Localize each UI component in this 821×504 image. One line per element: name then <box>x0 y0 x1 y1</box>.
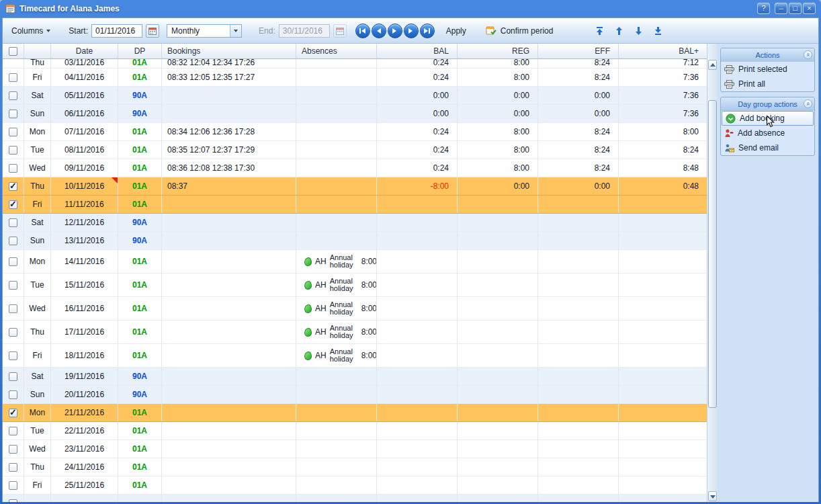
header-balplus[interactable]: BAL+ <box>619 44 707 58</box>
add-absence-button[interactable]: Add absence <box>721 126 814 140</box>
vertical-scrollbar[interactable] <box>707 44 718 502</box>
row-checkbox[interactable] <box>9 110 17 118</box>
columns-label: Columns <box>11 26 43 36</box>
table-row[interactable]: Mon21/11/201601A <box>3 404 707 422</box>
cell-dp: 01A <box>118 250 162 273</box>
table-row[interactable]: Mon07/11/201601A08:34 12:06 12:36 17:280… <box>3 123 707 141</box>
cell-dp: 01A <box>118 458 162 476</box>
table-row[interactable]: Sun13/11/201690A <box>3 232 707 250</box>
previous-period-button[interactable] <box>372 24 386 38</box>
row-checkbox[interactable] <box>9 218 17 227</box>
cell-dp: 90A <box>118 368 162 385</box>
maximize-button[interactable]: □ <box>789 3 802 14</box>
cell-balplus: 7:36 <box>619 87 707 104</box>
send-email-button[interactable]: Send email <box>721 140 814 155</box>
close-button[interactable]: × <box>803 3 816 14</box>
minimize-button[interactable]: – <box>775 3 787 14</box>
table-row[interactable]: Sat05/11/201690A0:000:000:007:36 <box>3 87 707 105</box>
row-checkbox[interactable] <box>9 445 17 454</box>
table-row[interactable]: Fri11/11/201601A <box>3 196 707 214</box>
row-checkbox[interactable] <box>9 257 17 266</box>
header-day[interactable] <box>24 44 51 58</box>
header-eff[interactable]: EFF <box>538 44 619 58</box>
period-select[interactable]: Monthly <box>167 24 242 38</box>
header-bal[interactable]: BAL <box>377 44 458 58</box>
apply-button[interactable]: Apply <box>442 24 470 38</box>
collapse-panel-icon[interactable]: « <box>804 99 812 108</box>
row-checkbox[interactable] <box>9 73 17 82</box>
first-period-button[interactable] <box>355 24 370 38</box>
table-row[interactable]: Thu03/11/201601A08:32 12:04 12:34 17:260… <box>3 59 707 69</box>
move-up-button[interactable] <box>612 24 625 38</box>
add-booking-button[interactable]: Add booking <box>722 111 814 126</box>
row-checkbox[interactable] <box>9 128 17 136</box>
combo-dropdown-button[interactable] <box>230 25 241 37</box>
header-absences[interactable]: Absences <box>296 44 377 58</box>
row-checkbox[interactable] <box>9 351 17 360</box>
row-checkbox[interactable] <box>9 237 17 245</box>
table-row[interactable]: Thu24/11/201601A <box>3 458 707 476</box>
row-checkbox[interactable] <box>9 281 17 290</box>
row-checkbox[interactable] <box>9 328 17 337</box>
toolbar: Columns Start: Monthly End: <box>3 18 818 44</box>
cell-dp: 01A <box>118 297 162 320</box>
table-row[interactable]: Sun06/11/201690A0:000:000:007:36 <box>3 105 707 123</box>
cell-day: Wed <box>24 159 51 177</box>
table-row[interactable]: Sun20/11/201690A <box>3 386 707 404</box>
print-all-button[interactable]: Print all <box>721 77 814 91</box>
table-row[interactable]: Wed16/11/201601AAHAnnual holiday8:00 <box>3 297 707 321</box>
header-reg[interactable]: REG <box>458 44 538 58</box>
table-row[interactable]: Fri18/11/201601AAHAnnual holiday8:00 <box>3 344 707 368</box>
table-row[interactable]: Tue08/11/201601A08:35 12:07 12:37 17:290… <box>3 141 707 159</box>
collapse-panel-icon[interactable]: « <box>804 50 812 59</box>
move-bottom-button[interactable] <box>651 24 664 38</box>
move-top-button[interactable] <box>593 24 606 38</box>
row-checkbox[interactable] <box>9 91 17 100</box>
row-checkbox[interactable] <box>9 409 17 417</box>
move-down-button[interactable] <box>632 24 645 38</box>
table-row[interactable]: Sat19/11/201690A <box>3 368 707 386</box>
start-date-input[interactable] <box>91 24 142 38</box>
table-row[interactable]: Thu10/11/201601A08:37-8:000:000:000:48 <box>3 177 707 196</box>
cell-reg <box>458 274 538 296</box>
row-checkbox[interactable] <box>9 499 17 502</box>
table-row[interactable]: Tue22/11/201601A <box>3 422 707 440</box>
table-row[interactable]: Sat12/11/201690A <box>3 214 707 232</box>
select-all-checkbox[interactable] <box>9 47 17 56</box>
row-checkbox[interactable] <box>9 200 17 209</box>
help-button[interactable]: ? <box>757 3 770 14</box>
row-checkbox[interactable] <box>9 427 17 435</box>
columns-menu-button[interactable]: Columns <box>7 24 54 38</box>
table-row[interactable]: Fri04/11/201601A08:33 12:05 12:35 17:270… <box>3 69 707 87</box>
start-calendar-button[interactable] <box>146 24 159 38</box>
row-checkbox[interactable] <box>9 390 17 399</box>
scrollbar-thumb[interactable] <box>708 100 717 408</box>
scroll-down-button[interactable] <box>708 491 717 501</box>
row-checkbox[interactable] <box>9 463 17 472</box>
row-checkbox[interactable] <box>9 182 17 191</box>
row-checkbox[interactable] <box>9 304 17 313</box>
next-period-button[interactable] <box>404 24 419 38</box>
row-checkbox[interactable] <box>9 164 17 173</box>
scroll-up-button[interactable] <box>708 60 717 70</box>
day-group-actions-panel-header[interactable]: Day group actions « <box>721 97 814 111</box>
table-row[interactable]: Fri25/11/201601A <box>3 476 707 495</box>
cell-reg <box>458 476 538 494</box>
row-checkbox[interactable] <box>9 146 17 155</box>
header-bookings[interactable]: Bookings <box>162 44 296 58</box>
table-row[interactable]: Mon14/11/201601AAHAnnual holiday8:00 <box>3 250 707 274</box>
table-row[interactable]: Tue15/11/201601AAHAnnual holiday8:00 <box>3 274 707 297</box>
row-checkbox[interactable] <box>9 481 17 490</box>
print-selected-button[interactable]: Print selected <box>721 62 814 77</box>
confirm-period-button[interactable]: Confirm period <box>482 24 558 38</box>
header-dp[interactable]: DP <box>118 44 162 58</box>
table-row[interactable]: Wed09/11/201601A08:36 12:08 12:38 17:300… <box>3 159 707 177</box>
current-period-button[interactable] <box>388 24 402 38</box>
table-row[interactable] <box>3 495 707 502</box>
last-period-button[interactable] <box>420 24 435 38</box>
actions-panel-header[interactable]: Actions « <box>721 48 814 62</box>
table-row[interactable]: Thu17/11/201601AAHAnnual holiday8:00 <box>3 321 707 344</box>
table-row[interactable]: Wed23/11/201601A <box>3 440 707 458</box>
header-date[interactable]: Date <box>51 44 118 58</box>
row-checkbox[interactable] <box>9 372 17 381</box>
